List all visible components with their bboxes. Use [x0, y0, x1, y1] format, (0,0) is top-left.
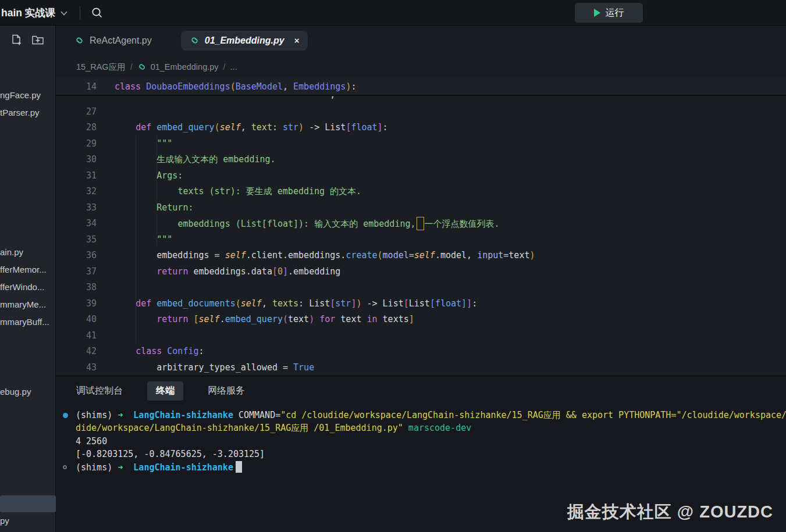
code-line-30[interactable]: 30 生成输入文本的 embedding. [56, 152, 786, 168]
code-line-40[interactable]: 40 return [self.embed_query(text) for te… [56, 312, 786, 328]
tab-reactagent[interactable]: ReActAgent.py [74, 35, 152, 46]
code-token: True [293, 362, 314, 373]
new-file-icon[interactable] [10, 34, 22, 46]
code-token: : [199, 346, 204, 356]
breadcrumb-separator: / [130, 62, 133, 72]
panel-tab-bar: 调试控制台 终端 网络服务 [56, 376, 786, 406]
sidebar-item[interactable]: ngFace.py [0, 88, 55, 102]
code-token: self [414, 250, 435, 260]
line-number: 29 [56, 138, 97, 149]
tab-terminal[interactable]: 终端 [147, 381, 183, 401]
code-token: create [346, 250, 377, 260]
top-bar: hain 实战课 运行 [0, 0, 786, 26]
terminal-token: 4 2560 [76, 436, 107, 447]
code-token: str [335, 298, 351, 309]
sidebar-selected-row[interactable] [0, 495, 56, 512]
close-icon[interactable]: × [294, 35, 300, 45]
terminal-line[interactable]: (shims) ➜ LangChain-shizhanke [56, 461, 786, 474]
code-line-33[interactable]: 33 Return: [56, 199, 786, 216]
sticky-scroll-line[interactable]: 14class DoubaoEmbeddings(BaseModel, Embe… [56, 78, 786, 96]
breadcrumb-more[interactable]: ... [230, 62, 237, 72]
code-line-35[interactable]: 35 """ [56, 231, 786, 248]
code-line-31[interactable]: 31 Args: [56, 167, 786, 184]
line-number: 30 [56, 154, 97, 165]
code-line-43[interactable]: 43 arbitrary_types_allowed = True [56, 359, 786, 376]
code-text: """ [97, 138, 172, 149]
sidebar-item[interactable]: mmaryBuff... [0, 315, 55, 329]
code-token: arbitrary_types_allowed [157, 362, 278, 373]
sidebar-item[interactable]: mmaryMe... [0, 298, 55, 312]
terminal[interactable]: (shims) ➜ LangChain-shizhanke COMMAND="c… [56, 406, 786, 474]
code-token: = [503, 250, 508, 260]
code-line-28[interactable]: 28 def embed_query(self, text: str) -> L… [56, 120, 786, 136]
file-explorer-sidebar: ngFace.pytParser.pyain.pyfferMemor...ffe… [0, 26, 56, 532]
line-number: 41 [56, 330, 97, 341]
code-text: 生成输入文本的 embedding. [97, 154, 276, 165]
chevron-down-icon[interactable] [60, 10, 68, 16]
code-token: : [351, 81, 356, 92]
sidebar-item[interactable]: ain.py [0, 245, 55, 259]
code-token: , [241, 122, 251, 133]
code-text: embeddings = self.client.embeddings.crea… [97, 250, 535, 260]
code-token: List [409, 298, 430, 309]
code-line-27[interactable]: 27 [56, 103, 786, 120]
run-button[interactable]: 运行 [575, 3, 643, 23]
code-token [162, 346, 167, 356]
tab-01-embedding[interactable]: 01_Embedding.py × [181, 31, 308, 51]
breadcrumb-file[interactable]: 01_Embedding.py [137, 62, 219, 72]
editor-tab-bar: ReActAgent.py 01_Embedding.py × [56, 26, 786, 55]
code-text: return [self.embed_query(text) for text … [97, 314, 414, 324]
code-token: texts [272, 298, 298, 309]
sidebar-item[interactable]: fferMemor... [0, 263, 55, 277]
sidebar-item[interactable]: tParser.py [0, 106, 55, 120]
code-token: [ [404, 298, 409, 309]
code-token: , [283, 81, 293, 92]
code-token: 0 [278, 266, 283, 277]
code-token: return [157, 266, 188, 277]
code-text: return embeddings.data[0].embedding [97, 266, 340, 277]
topbar-divider [80, 6, 80, 19]
code-line-41[interactable]: 41 [56, 327, 786, 344]
code-token: ( [378, 250, 383, 260]
code-token: embed_documents [157, 298, 235, 309]
line-number: 34 [56, 218, 97, 228]
code-line-42[interactable]: 42 class Config: [56, 344, 786, 360]
search-icon[interactable] [91, 6, 104, 19]
code-line-37[interactable]: 37 return embeddings.data[0].embedding [56, 263, 786, 280]
tab-debug-console[interactable]: 调试控制台 [76, 385, 123, 397]
code-token: [ [330, 298, 335, 309]
breadcrumb-separator: / [223, 62, 226, 72]
code-token: for [319, 314, 335, 324]
sidebar-item[interactable]: py [0, 516, 9, 526]
breadcrumb-folder[interactable]: 15_RAG应用 [76, 62, 126, 73]
terminal-line: dide/workspace/LangChain-shizhanke/15_RA… [56, 422, 786, 435]
new-folder-icon[interactable] [31, 34, 44, 46]
code-text: def embed_documents(self, texts: List[st… [97, 298, 477, 309]
code-token: : [272, 122, 283, 133]
code-line-36[interactable]: 36 embeddings = self.client.embeddings.c… [56, 248, 786, 264]
code-token: model [383, 250, 409, 260]
code-line-29[interactable]: 29 """ [56, 135, 786, 152]
terminal-token: ➜ [118, 410, 123, 420]
run-button-label: 运行 [606, 7, 624, 19]
code-token [151, 298, 157, 309]
code-token: , [467, 250, 477, 260]
code-line-32[interactable]: 32 texts (str): 要生成 embedding 的文本. [56, 184, 786, 200]
line-number: 43 [56, 362, 97, 373]
sidebar-item[interactable]: fferWindo... [0, 280, 55, 294]
code-token: self [199, 314, 220, 324]
sidebar-item[interactable]: ebug.py [0, 385, 55, 399]
terminal-token: dide/workspace/LangChain-shizhanke/15_RA… [76, 423, 403, 433]
code-token: texts (str): 要生成 embedding 的文本. [177, 186, 361, 197]
line-number: 32 [56, 186, 97, 197]
code-token: """ [157, 138, 172, 149]
tab-web-service[interactable]: 网络服务 [208, 385, 245, 397]
code-line-34[interactable]: 34 embeddings (List[float]): 输入文本的 embed… [56, 216, 786, 232]
code-token: float [435, 298, 461, 309]
code-line-39[interactable]: 39 def embed_documents(self, texts: List… [56, 295, 786, 312]
code-editor[interactable]: 14class DoubaoEmbeddings(BaseModel, Embe… [56, 78, 786, 376]
code-token: ] [378, 122, 383, 133]
breadcrumb: 15_RAG应用 / 01_Embedding.py / ... [56, 55, 786, 78]
code-token: ) [529, 250, 535, 260]
code-line-38[interactable]: 38 [56, 280, 786, 296]
